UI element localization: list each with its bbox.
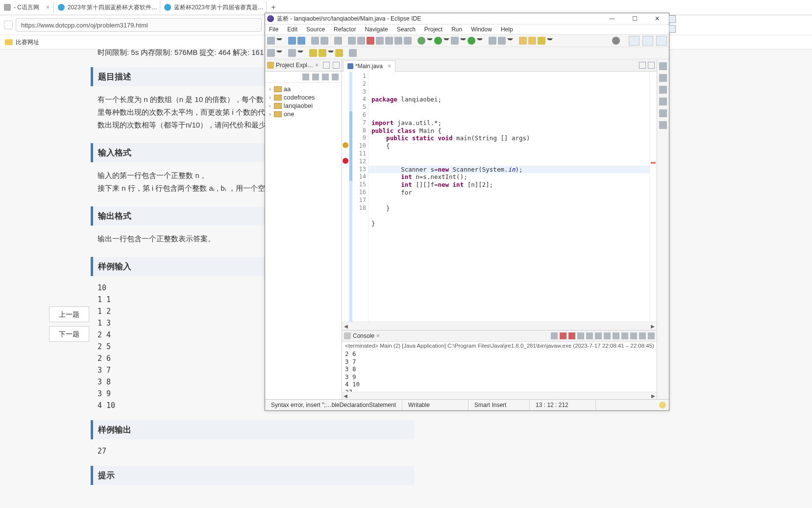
error-overview-mark[interactable] (651, 162, 656, 164)
terminate-icon[interactable] (551, 332, 558, 339)
menu-run[interactable]: Run (450, 25, 463, 33)
minimize-view-icon[interactable] (639, 332, 646, 339)
close-button[interactable]: ✕ (650, 14, 664, 23)
status-insert-mode[interactable]: Smart Insert (468, 400, 530, 410)
console-tab-label[interactable]: Console (353, 332, 374, 339)
perspective-other-icon[interactable] (656, 36, 667, 46)
open-task-icon[interactable] (528, 37, 536, 45)
open-type-icon[interactable] (519, 37, 527, 45)
save-all-icon[interactable] (297, 37, 305, 45)
navigator-icon[interactable] (659, 121, 667, 129)
editor-tab[interactable]: *Main.java × (343, 60, 395, 72)
minimize-button[interactable]: — (605, 14, 619, 23)
handle-icon[interactable] (669, 25, 676, 33)
marker-gutter[interactable] (342, 72, 349, 322)
scroll-right-icon[interactable]: ► (649, 323, 657, 330)
menu-search[interactable]: Search (396, 25, 417, 33)
forward-icon[interactable] (319, 49, 326, 57)
outline-icon[interactable] (659, 86, 667, 94)
back-icon[interactable] (309, 49, 317, 57)
tree-item[interactable]: ›codefroces (267, 93, 340, 102)
menu-refactor[interactable]: Refactor (333, 25, 357, 33)
menu-source[interactable]: Source (305, 25, 326, 33)
menu-file[interactable]: File (268, 25, 279, 33)
task-list-icon[interactable] (659, 74, 667, 82)
eclipse-titlebar[interactable]: 蓝桥 - lanqiaobei/src/lanqiaobei/Main.java… (265, 13, 669, 25)
pause-icon[interactable] (357, 37, 365, 45)
next-problem-button[interactable]: 下一题 (49, 326, 89, 342)
close-icon[interactable]: × (376, 332, 380, 339)
browser-tab[interactable]: 2023年第十四届蓝桥杯大赛软件… × (54, 1, 160, 13)
menu-project[interactable]: Project (423, 25, 443, 33)
chevron-down-icon[interactable] (297, 51, 303, 55)
toolbar-icon[interactable] (311, 37, 319, 45)
prev-problem-button[interactable]: 上一题 (49, 306, 89, 322)
warning-marker-icon[interactable] (343, 142, 348, 148)
templates-icon[interactable] (659, 109, 667, 117)
error-marker-icon[interactable] (343, 158, 348, 164)
menu-edit[interactable]: Edit (286, 25, 298, 33)
tree-item[interactable]: ›aa (267, 85, 340, 93)
scroll-right-icon[interactable]: ► (650, 392, 657, 399)
overview-ruler[interactable] (649, 72, 657, 322)
status-writable[interactable]: Writable (402, 400, 468, 410)
search-icon[interactable] (538, 37, 545, 45)
pin-console-icon[interactable] (613, 332, 619, 339)
expand-icon[interactable]: › (268, 110, 272, 118)
maximize-view-icon[interactable] (648, 332, 655, 339)
url-input[interactable]: https://www.dotcpp.com/oj/problem3179.ht… (16, 18, 262, 32)
annotation-next-icon[interactable] (288, 49, 296, 57)
maximize-view-icon[interactable] (333, 62, 340, 69)
open-console-icon[interactable] (630, 332, 637, 339)
chevron-down-icon[interactable] (328, 51, 334, 55)
debug-button[interactable] (418, 37, 425, 45)
close-icon[interactable]: × (315, 62, 319, 69)
scroll-left-icon[interactable]: ◄ (342, 392, 349, 399)
tip-bulb-icon[interactable] (659, 402, 666, 408)
expand-icon[interactable]: › (268, 102, 272, 109)
resume-icon[interactable] (348, 37, 356, 45)
step-into-icon[interactable] (385, 37, 393, 45)
view-tab-project-explorer[interactable]: Project Expl… × (265, 59, 342, 72)
skip-breakpoints-icon[interactable] (334, 37, 342, 45)
step-return-icon[interactable] (404, 37, 412, 45)
tree-item[interactable]: ›one (267, 110, 340, 118)
browser-tab-active[interactable]: 蓝桥杯2023年第十四届省赛真题… × (160, 1, 267, 13)
pin-editor-icon[interactable] (349, 49, 357, 57)
last-edit-icon[interactable] (335, 49, 343, 57)
menu-window[interactable]: Window (470, 25, 493, 33)
console-horizontal-scrollbar[interactable]: ◄ ► (342, 392, 657, 399)
console-output[interactable]: 2 6 3 7 3 8 3 9 4 10 27 (342, 350, 657, 392)
filter-icon[interactable] (322, 74, 329, 80)
clear-console-icon[interactable] (577, 332, 584, 339)
chevron-down-icon[interactable] (276, 51, 282, 55)
perspective-java-icon[interactable] (629, 36, 640, 46)
close-icon[interactable]: × (388, 63, 391, 70)
minimize-view-icon[interactable] (323, 62, 330, 69)
browser-tab[interactable]: - C语言网 × (0, 1, 54, 13)
new-icon[interactable] (267, 37, 275, 45)
run-button[interactable] (434, 37, 442, 45)
new-tab-button[interactable]: + (267, 3, 280, 12)
link-editor-icon[interactable] (312, 74, 319, 80)
remove-launch-icon[interactable] (560, 332, 566, 339)
build-icon[interactable] (659, 98, 667, 105)
perspective-debug-icon[interactable] (642, 36, 653, 46)
display-selected-icon[interactable] (621, 332, 628, 339)
maximize-editor-icon[interactable] (648, 62, 655, 69)
new-class-icon[interactable] (498, 37, 506, 45)
toolbar-icon[interactable] (320, 37, 328, 45)
restore-view-icon[interactable] (659, 62, 667, 70)
maximize-button[interactable]: ☐ (628, 14, 641, 23)
chevron-down-icon[interactable] (276, 38, 282, 43)
editor-body[interactable]: 123456789101112131415161718 package lanq… (342, 72, 657, 322)
chevron-down-icon[interactable] (460, 38, 466, 43)
collapse-all-icon[interactable] (302, 74, 309, 80)
expand-icon[interactable]: › (268, 94, 272, 101)
menu-navigate[interactable]: Navigate (364, 25, 389, 33)
scroll-left-icon[interactable]: ◄ (342, 323, 350, 330)
show-console-icon[interactable] (604, 332, 611, 339)
chevron-down-icon[interactable] (477, 38, 483, 43)
disconnect-icon[interactable] (376, 37, 384, 45)
chevron-down-icon[interactable] (427, 38, 433, 43)
